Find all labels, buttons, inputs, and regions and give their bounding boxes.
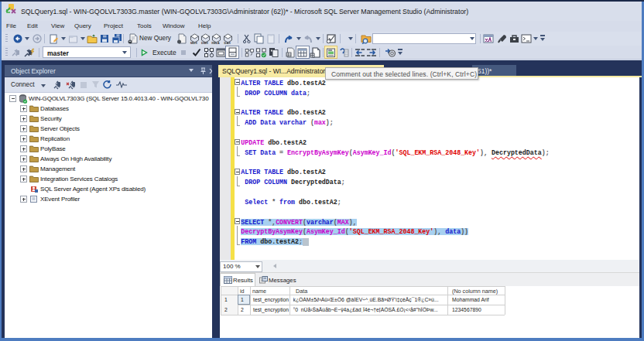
svg-text:DMX: DMX [201,41,208,45]
svg-text:XMLA: XMLA [211,42,220,45]
svg-text:MDX: MDX [190,41,197,45]
svg-text:DAX: DAX [224,41,231,45]
